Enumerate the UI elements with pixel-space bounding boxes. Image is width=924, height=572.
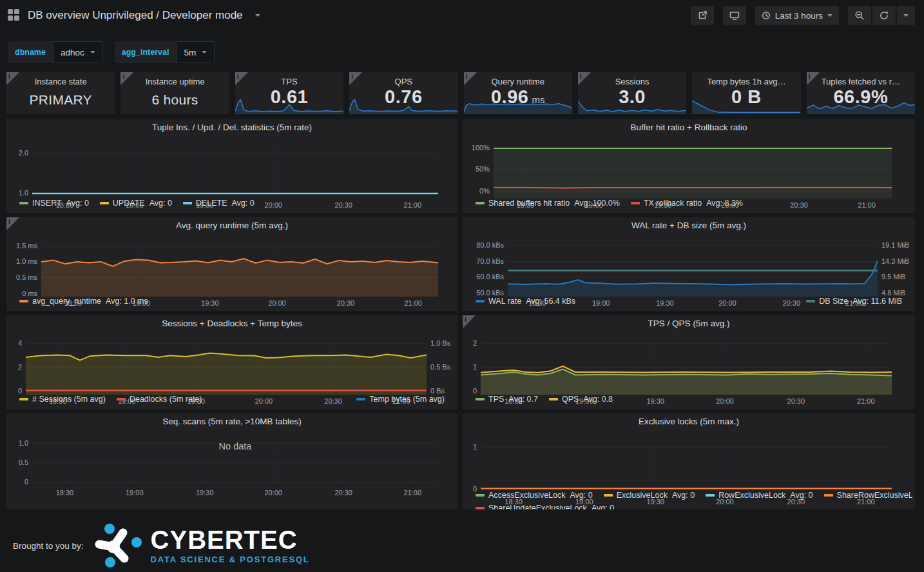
legend-item[interactable]: ExclusiveLockAvg: 0 <box>604 491 695 500</box>
exclusive-locks-chart[interactable]: 18:3019:0019:3020:0020:3021:0001 <box>463 429 915 489</box>
legend-swatch <box>824 494 833 497</box>
seq-scans-chart[interactable]: 18:3019:0019:3020:0020:3021:0000.51.0No … <box>6 429 457 497</box>
panel-title[interactable]: Seq. scans (5m rate, >10MB tables) <box>6 413 457 429</box>
tps-qps-chart[interactable]: 18:3019:0019:3020:0020:3021:00012 <box>463 331 915 393</box>
legend-item[interactable]: Deadlocks (5m rate) <box>117 395 202 404</box>
legend-item[interactable]: RowExclusiveLockAvg: 0 <box>706 491 813 500</box>
stat-title[interactable]: Temp bytes 1h avg… <box>692 77 800 86</box>
legend-avg: Avg: 0.7 <box>508 395 538 404</box>
stat-title[interactable]: Query runtime <box>464 77 572 86</box>
clock-icon <box>762 11 771 20</box>
svg-text:1.0 Bs: 1.0 Bs <box>430 339 451 347</box>
share-button[interactable] <box>691 6 714 25</box>
panel-title[interactable]: Buffer hit ratio + Rollback ratio <box>463 119 915 135</box>
legend-item[interactable]: TX rollback ratioAvg: 8.3% <box>631 199 743 208</box>
dashboard-menu-icon[interactable] <box>8 9 21 22</box>
info-corner-icon[interactable]: i <box>235 72 248 85</box>
refresh-button[interactable] <box>872 6 896 25</box>
legend-label: ShareUpdateExclusiveLock <box>488 504 587 509</box>
legend-item[interactable]: ShareUpdateExclusiveLockAvg: 0 <box>476 504 614 509</box>
sessions-deadlocks-chart[interactable]: 18:3019:0019:3020:0020:3021:000240 Bs0.5… <box>6 331 457 393</box>
legend-item[interactable]: DB SizeAvg: 11.6 MiB <box>806 297 902 306</box>
legend-item[interactable]: QPSAvg: 0.8 <box>549 395 613 404</box>
stat-value: 66.9% <box>807 87 915 108</box>
avg-query-runtime-chart[interactable]: 18:3019:0019:3020:0020:3021:000 ms0.5 ms… <box>6 233 457 295</box>
panel-title[interactable]: Sessions + Deadlocks + Temp bytes <box>6 315 457 331</box>
svg-text:0: 0 <box>24 478 28 486</box>
legend-item[interactable]: avg_query_runtimeAvg: 1.0 ms <box>19 297 148 306</box>
legend-swatch <box>476 202 485 204</box>
refresh-icon <box>879 10 889 21</box>
stat-tps: i TPS 0.61 <box>235 72 343 114</box>
stat-value: 0.61 <box>235 87 343 108</box>
navbar-left: DB overview Unprivileged / Developer mod… <box>8 9 691 22</box>
legend-item[interactable]: AccessExclusiveLockAvg: 0 <box>476 491 593 500</box>
refresh-interval-dropdown[interactable] <box>897 6 915 25</box>
stat-instance-state: i Instance state PRIMARY <box>6 72 115 114</box>
variable-dbname-select[interactable]: adhoc <box>53 41 103 63</box>
panel-title[interactable]: Exclusive locks (5m max.) <box>463 413 915 429</box>
stat-title[interactable]: TPS <box>235 77 343 86</box>
legend-item[interactable]: UPDATEAvg: 0 <box>100 199 172 208</box>
stat-title[interactable]: Tuples fetched vs r… <box>807 77 915 86</box>
svg-text:100%: 100% <box>472 144 490 152</box>
info-corner-icon[interactable]: i <box>578 72 591 85</box>
legend-avg: Avg: 0 <box>231 199 254 208</box>
info-corner-icon[interactable]: i <box>807 72 820 85</box>
legend-avg: Avg: 11.6 MiB <box>852 297 902 306</box>
stat-title[interactable]: Sessions <box>578 77 686 86</box>
legend-swatch <box>806 300 815 302</box>
legend-item[interactable]: WAL rateAvg: 56.4 kBs <box>476 297 575 306</box>
info-corner-icon[interactable]: i <box>6 217 19 230</box>
info-corner-icon[interactable]: i <box>464 72 477 85</box>
legend-item[interactable]: DELETEAvg: 0 <box>183 199 255 208</box>
stat-sessions: i Sessions 3.0 <box>578 72 686 114</box>
legend-label: avg_query_runtime <box>32 297 101 306</box>
wal-rate-chart[interactable]: 18:3019:0019:3020:0020:3021:0050.0 kBs60… <box>463 233 915 295</box>
info-corner-icon[interactable]: i <box>463 315 476 328</box>
dashboard-title[interactable]: DB overview Unprivileged / Developer mod… <box>28 9 243 22</box>
panel-title[interactable]: Tuple Ins. / Upd. / Del. statistics (5m … <box>6 119 457 135</box>
stat-title[interactable]: Instance state <box>6 77 115 86</box>
legend-item[interactable]: Shared buffers hit ratioAvg: 100.0% <box>476 199 620 208</box>
legend-label: Temp bytes (5m avg) <box>369 395 445 404</box>
svg-text:0%: 0% <box>479 187 490 195</box>
panel-title[interactable]: Avg. query runtime (5m avg.) <box>6 217 457 233</box>
panel-title[interactable]: TPS / QPS (5m avg.) <box>463 315 915 331</box>
title-caret-icon[interactable] <box>255 14 260 17</box>
legend-item[interactable]: ShareRowExclusiveLockAvg: 0 <box>824 491 912 500</box>
legend-avg: Avg: 0 <box>149 199 172 208</box>
legend-swatch <box>19 398 28 400</box>
legend-label: ExclusiveLock <box>617 491 668 500</box>
legend-item[interactable]: # Sessions (5m avg) <box>19 395 106 404</box>
variable-agg-interval-select[interactable]: 5m <box>176 41 215 63</box>
info-corner-icon[interactable]: i <box>6 72 19 85</box>
info-corner-icon[interactable]: i <box>120 72 133 85</box>
zoom-out-button[interactable] <box>848 6 871 25</box>
grafana-dashboard: DB overview Unprivileged / Developer mod… <box>0 0 924 572</box>
legend-avg: Avg: 0 <box>672 491 695 500</box>
panel-buffer-hit-ratio: i Buffer hit ratio + Rollback ratio 18:3… <box>463 119 915 213</box>
time-range-picker[interactable]: Last 3 hours <box>755 6 839 25</box>
legend-item[interactable]: TPSAvg: 0.7 <box>476 395 538 404</box>
panel-title[interactable]: WAL rate + DB size (5m avg.) <box>463 217 915 233</box>
svg-text:50%: 50% <box>476 165 490 173</box>
stat-instance-uptime: i Instance uptime 6 hours <box>120 72 229 114</box>
chart-legend: AccessExclusiveLockAvg: 0ExclusiveLockAv… <box>463 489 912 509</box>
cybertec-logo-icon <box>94 523 144 568</box>
legend-item[interactable]: Temp bytes (5m avg) <box>356 395 445 404</box>
svg-text:2: 2 <box>18 363 22 371</box>
svg-text:19:00: 19:00 <box>126 489 144 497</box>
info-corner-icon[interactable]: i <box>349 72 362 85</box>
brand-name: CYBERTEC <box>151 527 310 553</box>
tv-mode-button[interactable] <box>723 6 746 25</box>
svg-text:0.5 Bs: 0.5 Bs <box>430 363 451 371</box>
legend-swatch <box>100 202 109 204</box>
legend-item[interactable]: INSERTAvg: 0 <box>19 199 89 208</box>
stat-title[interactable]: QPS <box>349 77 457 86</box>
legend-swatch <box>117 398 126 400</box>
stat-title[interactable]: Instance uptime <box>120 77 229 86</box>
stat-query-runtime: i Query runtime 0.96ms <box>464 72 572 114</box>
buffer-hit-ratio-chart[interactable]: 18:3019:0019:3020:0020:3021:000%50%100% <box>463 135 915 197</box>
tuple-statistics-chart[interactable]: 18:3019:0019:3020:0020:3021:001.02.0 <box>6 135 457 197</box>
